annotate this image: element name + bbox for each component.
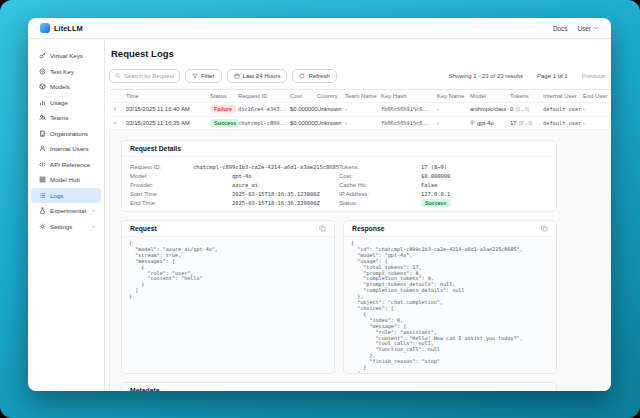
flask-icon [39,207,46,214]
column-header-model: Model [470,93,510,99]
sidebar-item-internal-users[interactable]: Internal Users [31,141,101,157]
column-header-key-hash: Key Hash [381,93,437,99]
key-icon [39,52,46,59]
page-indicator: Page 1 of 1 [537,73,568,79]
status-badge: Success [210,119,238,127]
filter-button[interactable]: Filter [185,69,222,83]
cell-request-id: chatcmpl-c899.. [238,120,290,126]
sidebar-item-label: Organizations [50,130,88,137]
table-row-expanded[interactable]: 03/15/2025 11:16:35 AM Success chatcmpl-… [109,116,611,130]
field-value-provider: azure_ai [232,182,258,188]
response-panel-title: Response [352,225,384,232]
results-summary: Showing 1 - 23 of 23 results [449,73,523,79]
previous-page-button[interactable]: Previous [582,73,605,79]
cell-key-hash: fb66c565915c6.. [381,120,437,126]
cell-status: Success [210,119,238,127]
table-row[interactable]: 03/15/2025 11:16:40 AM Failure d5c26ce4-… [109,102,611,116]
sidebar-item-api-reference[interactable]: API Reference [31,157,101,173]
cell-end-user: - [583,120,611,126]
sidebar-item-models[interactable]: Models [31,79,101,95]
sidebar-item-logs[interactable]: Logs [31,188,101,204]
column-header-end-user: End User [583,93,611,99]
cell-cost: $0.000000 [290,106,317,112]
sidebar-item-label: Settings [50,223,72,230]
model-provider-icon [470,120,475,125]
copy-icon[interactable] [541,225,548,232]
response-json: { "id": "chatcmpl-c899c1b3-ca2e-4214-a6d… [344,237,556,373]
brand: LiteLLM [40,23,83,33]
search-box[interactable] [109,69,180,83]
cell-model: anthropic/claude-... [470,106,506,112]
copy-icon[interactable] [319,225,326,232]
sidebar-item-label: Models [50,83,70,90]
sidebar-item-label: Test Key [50,68,74,75]
gear-icon [39,223,46,230]
cell-team-name: - [345,106,381,112]
request-logs-table: Time Status Request ID Cost Country Team… [109,89,611,129]
field-label: Model: [130,173,232,179]
main-content: Request Logs Filter Last 24 Hours [105,39,611,391]
cell-status: Failure [210,105,238,113]
cell-tokens: 17(8→9) [510,120,543,126]
sidebar: Virtual Keys Test Key Models Usage Teams [28,39,105,391]
column-header-cost: Cost [290,93,317,99]
test-key-icon [39,68,46,75]
field-label: Cache Hit: [339,182,421,188]
collapse-row-icon[interactable] [112,120,126,126]
sidebar-item-teams[interactable]: Teams [31,110,101,126]
sidebar-item-test-key[interactable]: Test Key [31,64,101,80]
desktop-background: LiteLLM Docs User Virtual Keys Test Ke [0,0,640,418]
field-value-cost: $0.000000 [421,173,450,179]
time-range-button[interactable]: Last 24 Hours [227,69,288,83]
refresh-button[interactable]: Refresh [292,69,336,83]
chevron-down-icon [91,224,97,230]
expand-row-icon[interactable] [112,106,126,112]
sidebar-item-organizations[interactable]: Organizations [31,126,101,142]
sidebar-item-virtual-keys[interactable]: Virtual Keys [31,48,101,64]
bar-chart-icon [39,99,46,106]
column-header-team-name: Team Name [345,93,381,99]
cell-time: 03/15/2025 11:16:40 AM [126,106,210,112]
sidebar-item-label: Virtual Keys [50,52,83,59]
table-header-row: Time Status Request ID Cost Country Team… [109,90,611,102]
brand-name: LiteLLM [54,24,83,33]
docs-link[interactable]: Docs [553,25,568,32]
sidebar-item-label: Experimental [50,207,86,214]
cell-time: 03/15/2025 11:16:35 AM [126,120,210,126]
refresh-button-label: Refresh [308,72,329,79]
cell-request-id: d5c26ce4-e343.. [238,106,290,112]
column-header-time: Time [126,93,210,99]
cell-internal-user: default_user_id [543,106,583,112]
sidebar-item-settings[interactable]: Settings [31,219,101,235]
litellm-app-window: LiteLLM Docs User Virtual Keys Test Ke [28,18,611,391]
field-label: Cost: [339,173,421,179]
field-value-end-time: 2025-03-15T18:16:36.228000Z [232,200,320,206]
cell-tokens: 0(0→0) [510,106,543,112]
filter-button-label: Filter [201,72,215,79]
search-input[interactable] [124,73,174,79]
chevron-down-icon [91,208,97,214]
filter-icon [192,73,198,79]
cube-icon [39,83,46,90]
sidebar-item-label: Logs [50,192,63,199]
cell-team-name: - [345,120,381,126]
sidebar-item-usage[interactable]: Usage [31,95,101,111]
cell-model: gpt-4o [477,120,494,126]
user-menu-label: User [578,25,592,32]
sidebar-item-label: Teams [50,114,68,121]
log-controls: Filter Last 24 Hours Refresh Showing 1 -… [109,68,611,83]
sidebar-item-label: API Reference [50,161,90,168]
status-badge: Failure [210,105,236,113]
page-title: Request Logs [111,48,611,59]
field-label: Start Time: [130,191,232,197]
cell-country: Unknown [317,106,345,112]
column-header-internal-user: Internal User [543,93,583,99]
sidebar-item-experimental[interactable]: Experimental [31,203,101,219]
request-json: { "model": "azure_ai/gpt-4o", "stream": … [122,237,334,373]
user-menu[interactable]: User [578,25,600,32]
column-header-tokens: Tokens [510,93,543,99]
sidebar-item-model-hub[interactable]: Model Hub [31,172,101,188]
field-value-request-id: chatcmpl-c899c1b3-ca2e-4214-a6d1-a3ae215… [193,164,339,170]
field-value-cache-hit: False [421,182,437,188]
field-label: Tokens: [339,164,421,170]
